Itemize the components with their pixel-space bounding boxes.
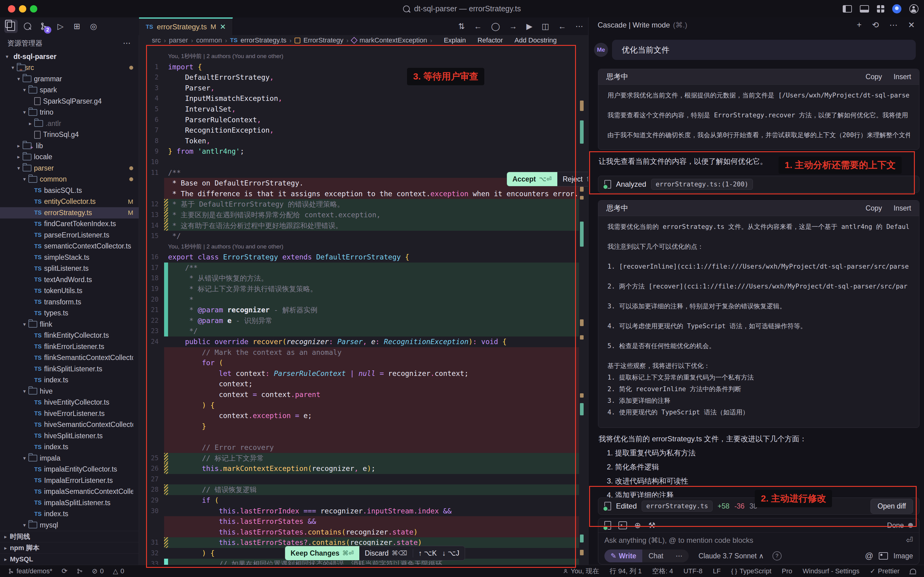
codelens-explain[interactable]: Explain <box>444 36 466 44</box>
tree-item-impalaSplitListener.ts[interactable]: TSimpalaSplitListener.ts <box>0 497 139 509</box>
image-icon[interactable] <box>879 552 888 559</box>
status-item-prettier[interactable]: ✓Prettier <box>870 567 900 575</box>
tree-item-semanticContextCollector.ts[interactable]: TSsemanticContextCollector.ts <box>0 241 139 252</box>
tools-icon[interactable]: ⚒ <box>649 521 655 530</box>
search-sidebar-icon[interactable] <box>21 19 34 33</box>
tree-item-transform.ts[interactable]: TStransform.ts <box>0 297 139 308</box>
accept-button[interactable]: Accept⌥⏎ <box>507 172 557 186</box>
breadcrumb-item[interactable]: common <box>196 36 222 44</box>
tree-item-hive[interactable]: ▾hive <box>0 386 139 397</box>
terminal-icon[interactable]: ▸_ <box>618 521 627 529</box>
copy-button[interactable]: Copy <box>866 204 882 213</box>
breadcrumb-item[interactable]: parser <box>169 36 188 44</box>
toggle-sidebar-icon[interactable] <box>843 5 852 13</box>
copy-button[interactable]: Copy <box>866 73 882 81</box>
profile-icon[interactable] <box>910 4 919 13</box>
status-item-icon[interactable] <box>77 568 83 575</box>
send-icon[interactable]: ⏎ <box>906 535 913 545</box>
new-conversation-icon[interactable]: + <box>857 20 862 30</box>
web-icon[interactable]: ⊕ <box>634 521 641 530</box>
status-item-featdemos[interactable]: feat/demos* <box>8 567 52 575</box>
explorer-section-3[interactable]: ▸MySQL <box>0 553 139 565</box>
prev-diff-button[interactable]: ↑ ⌥K <box>413 546 443 560</box>
keep-changes-button[interactable]: Keep Changes⌘⏎ <box>285 546 359 560</box>
help-icon[interactable]: ? <box>773 551 782 561</box>
discard-button[interactable]: Discard⌘⌫ <box>359 546 413 560</box>
model-selector[interactable]: Claude 3.7 Sonnet ∧ <box>699 552 764 560</box>
source-control-icon[interactable]: 2 <box>37 19 51 33</box>
code-editor[interactable]: You, 1秒钟前 | 2 authors (You and one other… <box>139 45 588 565</box>
tree-item-trino[interactable]: ▾trino <box>0 107 139 118</box>
extensions-icon[interactable]: ⊞ <box>70 19 84 33</box>
insert-button[interactable]: Insert <box>893 73 911 81</box>
tree-item-locale[interactable]: ▸locale <box>0 152 139 163</box>
analyzed-file-chip[interactable]: errorStrategy.ts:(1-200) <box>651 179 753 190</box>
mention-icon[interactable]: @ <box>865 551 873 561</box>
tree-item-errorStrategy.ts[interactable]: TSerrorStrategy.tsM <box>0 207 139 219</box>
layout-grid-icon[interactable] <box>877 5 884 13</box>
status-item-typescript[interactable]: { }TypeScript <box>731 567 771 575</box>
tree-item-hiveErrorListener.ts[interactable]: TShiveErrorListener.ts <box>0 408 139 419</box>
tree-item-textAndWord.ts[interactable]: TStextAndWord.ts <box>0 274 139 285</box>
tree-item-flinkErrorListener.ts[interactable]: TSflinkErrorListener.ts <box>0 341 139 352</box>
status-item-you[interactable]: You, 现在 <box>563 567 599 576</box>
tree-item-splitListener.ts[interactable]: TSsplitListener.ts <box>0 263 139 274</box>
tree-item-parseErrorListener.ts[interactable]: TSparseErrorListener.ts <box>0 229 139 241</box>
next-diff-button[interactable]: ↓ ⌥J <box>442 546 465 560</box>
tree-item-simpleStack.ts[interactable]: TSsimpleStack.ts <box>0 252 139 263</box>
status-item-windsurfsettings[interactable]: Windsurf - Settings <box>803 567 860 575</box>
attach-file-icon[interactable] <box>604 521 611 530</box>
tree-item-basicSQL.ts[interactable]: TSbasicSQL.ts <box>0 185 139 196</box>
status-item-utf8[interactable]: UTF-8 <box>684 567 702 575</box>
tree-item-mysql[interactable]: ▾mysql <box>0 519 139 531</box>
explorer-icon[interactable] <box>4 19 18 33</box>
tab-close-icon[interactable]: ✕ <box>220 23 226 31</box>
tree-item-SparkSqlParser.g4[interactable]: SparkSqlParser.g4 <box>0 96 139 107</box>
tree-item-entityCollector.ts[interactable]: TSentityCollector.tsM <box>0 196 139 208</box>
codelens-refactor[interactable]: Refactor <box>478 36 503 44</box>
tree-item-ImpalaErrorListener.ts[interactable]: TSImpalaErrorListener.ts <box>0 475 139 486</box>
cascade-input[interactable]: Ask anything (⌘L), @ to mention code blo… <box>604 536 753 545</box>
more-actions-icon[interactable]: ⋯ <box>575 22 583 31</box>
explorer-section-2[interactable]: ▸npm 脚本 <box>0 542 139 553</box>
toggle-panel-icon[interactable] <box>860 5 869 13</box>
tree-item-grammar[interactable]: ▾grammar <box>0 73 139 85</box>
remote-icon[interactable]: ◎ <box>87 19 100 33</box>
tree-item-flinkSplitListener.ts[interactable]: TSflinkSplitListener.ts <box>0 363 139 375</box>
breadcrumb-item[interactable]: markContextException <box>360 36 427 44</box>
tree-item-findCaretTokenIndex.ts[interactable]: TSfindCaretTokenIndex.ts <box>0 219 139 230</box>
tree-item-impalaSemanticContextColle...[interactable]: TSimpalaSemanticContextColle... <box>0 486 139 498</box>
run-file-icon[interactable]: ▶ <box>526 22 532 31</box>
mode-more-button[interactable]: ⋯ <box>670 550 689 562</box>
tree-item-tokenUtils.ts[interactable]: TStokenUtils.ts <box>0 285 139 297</box>
tree-item-flinkEntityCollector.ts[interactable]: TSflinkEntityCollector.ts <box>0 330 139 342</box>
tree-item-parser[interactable]: ▾parser <box>0 163 139 174</box>
previous-change-icon[interactable]: ← <box>474 22 482 31</box>
tree-item-impalaEntityCollector.ts[interactable]: TSimpalaEntityCollector.ts <box>0 464 139 475</box>
edited-file-chip[interactable]: errorStrategy.ts <box>642 501 713 512</box>
more-options-icon[interactable]: ⋯ <box>889 20 897 30</box>
open-diff-button[interactable]: Open diff <box>871 499 913 514</box>
tree-item-types.ts[interactable]: TStypes.ts <box>0 308 139 319</box>
mode-chat-button[interactable]: Chat <box>642 550 670 562</box>
account-avatar[interactable] <box>892 4 901 13</box>
split-editor-icon[interactable]: ◫ <box>541 22 549 31</box>
tree-item-dt-sql-parser[interactable]: ▾dt-sql-parser <box>0 51 139 62</box>
analyzed-row[interactable]: Analyzed errorStrategy.ts:(1-200) <box>598 176 919 193</box>
explorer-section-1[interactable]: ▸时间线 <box>0 531 139 542</box>
run-debug-icon[interactable]: ▷ <box>54 19 67 33</box>
status-item-0[interactable]: △0 <box>113 567 124 575</box>
tree-item-hiveEntityCollector.ts[interactable]: TShiveEntityCollector.ts <box>0 397 139 408</box>
tree-item-.antlr[interactable]: ▸.antlr <box>0 118 139 129</box>
status-item-icon[interactable]: ⟳ <box>61 567 67 575</box>
toggle-changes-icon[interactable]: ⇅ <box>458 22 465 31</box>
navigate-back-icon[interactable]: ← <box>558 22 566 31</box>
breadcrumb-item[interactable]: src <box>152 36 161 44</box>
status-item-941[interactable]: 行 94, 列 1 <box>610 567 642 576</box>
window-title-search[interactable]: dt-sql-parser — errorStrategy.ts <box>0 0 924 18</box>
tree-item-flinkSemanticContextCollecto...[interactable]: TSflinkSemanticContextCollecto... <box>0 352 139 364</box>
tree-item-hiveSemanticContextCollecto...[interactable]: TShiveSemanticContextCollecto... <box>0 419 139 430</box>
close-panel-icon[interactable]: ✕ <box>908 20 915 30</box>
codelens-add-docstring[interactable]: Add Docstring <box>515 36 557 44</box>
next-change-icon[interactable]: → <box>509 22 517 31</box>
